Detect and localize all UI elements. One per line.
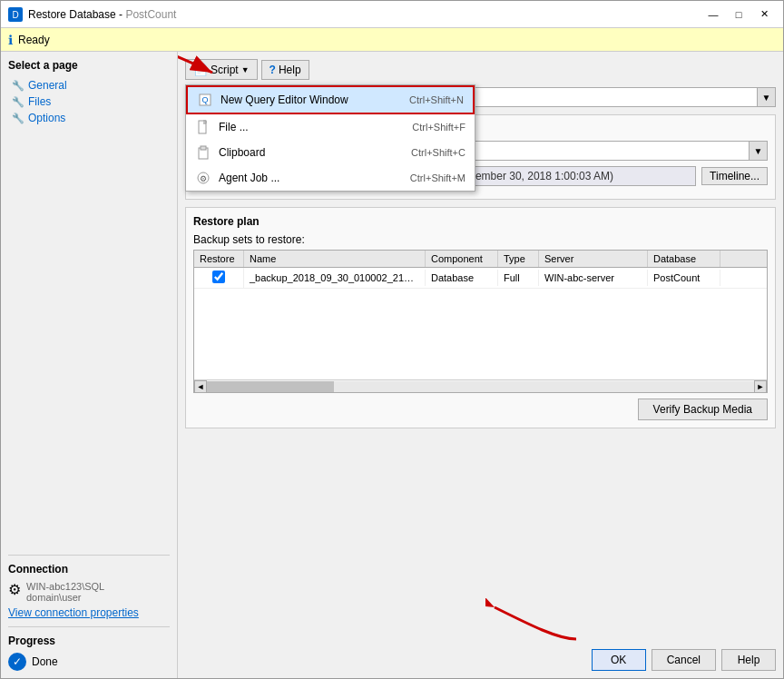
svg-rect-6 — [201, 146, 206, 150]
done-icon: ✓ — [8, 653, 26, 671]
table-row: _backup_2018_09_30_010002_2112459 Databa… — [194, 268, 767, 289]
help-dialog-button[interactable]: Help — [721, 649, 776, 671]
clipboard-shortcut: Ctrl+Shift+C — [411, 147, 466, 158]
svg-text:⚙: ⚙ — [200, 174, 207, 183]
connection-title: Connection — [8, 563, 170, 576]
sidebar-section-title: Select a page — [8, 59, 170, 72]
agent-job-shortcut: Ctrl+Shift+M — [410, 172, 466, 183]
dropdown-item-new-query[interactable]: Q New Query Editor Window Ctrl+Shift+N — [186, 85, 475, 114]
type-cell: Full — [498, 270, 539, 286]
help-button[interactable]: ? Help — [261, 60, 309, 80]
header-server: Server — [539, 251, 648, 267]
verify-btn-row: Verify Backup Media — [193, 399, 768, 420]
script-dropdown-arrow: ▼ — [241, 65, 250, 74]
restore-database-window: D Restore Database - PostCount — □ ✕ ℹ R… — [0, 0, 784, 679]
help-icon: ? — [270, 64, 276, 76]
connection-server: WIN-abc123\SQL — [26, 581, 104, 592]
maximize-button[interactable]: □ — [727, 5, 750, 24]
table-scrollbar: ◄ ► — [194, 379, 767, 392]
minimize-button[interactable]: — — [701, 5, 725, 24]
header-component: Component — [426, 251, 498, 267]
view-connection-properties-link[interactable]: View connection properties — [8, 606, 139, 619]
sidebar-item-files-label: Files — [28, 95, 51, 108]
connection-login: domain\user — [26, 592, 104, 603]
help-label: Help — [279, 64, 301, 76]
title-bar-controls: — □ ✕ — [701, 5, 776, 24]
component-cell: Database — [426, 270, 498, 286]
sidebar: Select a page 🔧 General 🔧 Files 🔧 Option… — [1, 52, 178, 678]
red-arrow-2 — [485, 598, 594, 644]
status-text: Ready — [18, 34, 50, 46]
right-panel: 📄 Script ▼ Q New Query Editor Window Ctr… — [178, 52, 783, 678]
sidebar-item-general-label: General — [28, 79, 67, 92]
script-dropdown-menu: Q New Query Editor Window Ctrl+Shift+N F… — [185, 84, 475, 192]
connection-icon: ⚙ — [8, 581, 21, 598]
scroll-track[interactable] — [207, 381, 754, 392]
scroll-thumb[interactable] — [207, 381, 334, 392]
script-label: Script — [211, 64, 239, 76]
agent-job-icon: ⚙ — [195, 170, 211, 186]
connection-info: ⚙ WIN-abc123\SQL domain\user — [8, 581, 170, 603]
close-button[interactable]: ✕ — [752, 5, 776, 24]
script-button[interactable]: 📄 Script ▼ — [185, 59, 258, 80]
table-header: Restore Name Component Type Server Datab… — [194, 251, 767, 268]
progress-title: Progress — [8, 635, 170, 647]
svg-text:Q: Q — [201, 95, 208, 104]
restore-checkbox-cell[interactable] — [194, 268, 244, 288]
ok-button[interactable]: OK — [592, 649, 646, 671]
backup-sets-table: Restore Name Component Type Server Datab… — [193, 250, 768, 393]
database-cell: PostCount — [648, 270, 720, 286]
progress-section: Progress ✓ Done — [8, 626, 170, 671]
file-label: File ... — [219, 121, 405, 133]
dropdown-item-agent-job[interactable]: ⚙ Agent Job ... Ctrl+Shift+M — [186, 165, 475, 191]
new-query-shortcut: Ctrl+Shift+N — [409, 94, 464, 105]
database-select-arrow[interactable]: ▼ — [757, 88, 775, 106]
header-name: Name — [244, 251, 426, 267]
file-shortcut: Ctrl+Shift+F — [412, 122, 466, 133]
wrench-icon-2: 🔧 — [12, 96, 24, 108]
new-query-label: New Query Editor Window — [220, 93, 402, 106]
restore-plan-title: Restore plan — [193, 215, 768, 228]
timeline-button[interactable]: Timeline... — [701, 167, 768, 185]
wrench-icon-3: 🔧 — [12, 113, 24, 124]
title-bar-title: Restore Database - PostCount — [28, 8, 696, 21]
sidebar-item-options-label: Options — [28, 112, 65, 124]
restore-plan-section: Restore plan Backup sets to restore: Res… — [185, 207, 776, 428]
clipboard-label: Clipboard — [219, 146, 404, 159]
sidebar-item-general[interactable]: 🔧 General — [8, 77, 170, 93]
clipboard-icon — [195, 144, 211, 161]
backup-sets-label: Backup sets to restore: — [193, 233, 768, 246]
dest-database-arrow[interactable]: ▼ — [749, 142, 767, 160]
scroll-left-button[interactable]: ◄ — [194, 380, 207, 393]
sidebar-connection: Connection ⚙ WIN-abc123\SQL domain\user … — [8, 555, 170, 619]
sidebar-item-options[interactable]: 🔧 Options — [8, 110, 170, 126]
toolbar: 📄 Script ▼ Q New Query Editor Window Ctr… — [185, 59, 776, 80]
progress-status: Done — [32, 655, 58, 668]
svg-text:D: D — [12, 10, 18, 20]
bottom-buttons-row: OK Cancel Help — [185, 642, 776, 671]
status-bar: ℹ Ready — [1, 28, 783, 52]
cancel-button[interactable]: Cancel — [652, 649, 716, 671]
sidebar-item-files[interactable]: 🔧 Files — [8, 93, 170, 110]
server-cell: WIN-abc-server — [539, 270, 648, 286]
new-query-icon: Q — [197, 92, 213, 108]
name-cell: _backup_2018_09_30_010002_2112459 — [244, 270, 426, 286]
scroll-right-button[interactable]: ► — [754, 380, 767, 393]
main-content: Select a page 🔧 General 🔧 Files 🔧 Option… — [1, 52, 783, 678]
verify-backup-button[interactable]: Verify Backup Media — [638, 399, 768, 420]
dropdown-item-clipboard[interactable]: Clipboard Ctrl+Shift+C — [186, 140, 475, 165]
title-bar: D Restore Database - PostCount — □ ✕ — [1, 1, 783, 28]
wrench-icon: 🔧 — [12, 80, 24, 92]
header-type: Type — [498, 251, 539, 267]
status-icon: ℹ — [8, 33, 13, 47]
title-bar-icon: D — [8, 7, 23, 22]
header-restore: Restore — [194, 251, 244, 267]
agent-job-label: Agent Job ... — [219, 172, 403, 184]
dropdown-item-file[interactable]: File ... Ctrl+Shift+F — [186, 114, 475, 140]
script-icon: 📄 — [193, 63, 208, 76]
table-empty-area — [194, 289, 767, 379]
header-database: Database — [648, 251, 720, 267]
progress-done: ✓ Done — [8, 653, 170, 671]
restore-checkbox[interactable] — [212, 271, 225, 283]
file-icon — [195, 119, 211, 135]
